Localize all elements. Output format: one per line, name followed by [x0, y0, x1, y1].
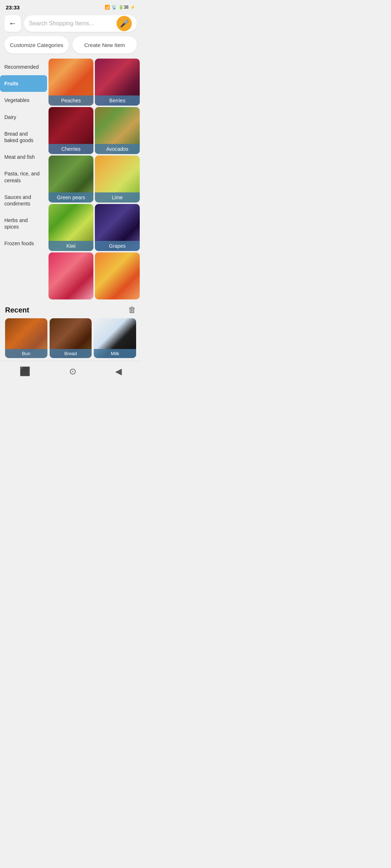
status-time: 23:33 — [6, 4, 20, 10]
grid-item-partial2[interactable] — [95, 252, 140, 299]
grid-item-berries-label: Berries — [95, 95, 140, 106]
signal-icon: 📶 — [105, 5, 110, 10]
fruits-grid: Peaches Berries Cherries Avocados Green … — [47, 57, 141, 301]
recent-header: Recent 🗑 — [5, 305, 136, 315]
sidebar: Recommended Fruits Vegetables Dairy Brea… — [0, 57, 47, 301]
grid-item-cherries[interactable]: Cherries — [49, 107, 93, 154]
sidebar-item-meat[interactable]: Meat and fish — [0, 149, 47, 165]
recent-item-bread-label: Bread — [50, 349, 92, 358]
grid-item-avocados[interactable]: Avocados — [95, 107, 140, 154]
sidebar-item-pasta[interactable]: Pasta, rice, and cereals — [0, 165, 47, 188]
grid-item-cherries-label: Cherries — [49, 144, 93, 154]
status-icons: 📶 📡 🔋38 ⚡ — [105, 5, 135, 10]
recent-item-bread[interactable]: Bread — [50, 318, 92, 358]
search-box[interactable]: Search Shopping Items... 🎤 — [24, 15, 137, 32]
grid-item-berries[interactable]: Berries — [95, 59, 140, 106]
sidebar-item-sauces[interactable]: Sauces and condiments — [0, 189, 47, 212]
sidebar-item-dairy[interactable]: Dairy — [0, 109, 47, 125]
trash-icon[interactable]: 🗑 — [128, 305, 136, 315]
recent-item-milk[interactable]: Milk — [94, 318, 136, 358]
sidebar-item-fruits[interactable]: Fruits — [0, 75, 47, 92]
grid-item-grapes[interactable]: Grapes — [95, 204, 140, 251]
create-new-item-button[interactable]: Create New Item — [72, 36, 137, 54]
search-bar-row: ← Search Shopping Items... 🎤 — [0, 13, 141, 34]
recent-item-milk-label: Milk — [94, 349, 136, 358]
recent-grid: Bun Bread Milk — [5, 318, 136, 358]
sidebar-item-herbs[interactable]: Herbs and spices — [0, 212, 47, 235]
charging-icon: ⚡ — [130, 5, 135, 10]
sidebar-item-frozen[interactable]: Frozen foods — [0, 235, 47, 252]
mic-button[interactable]: 🎤 — [117, 16, 132, 31]
action-row: Customize Categories Create New Item — [0, 34, 141, 57]
nav-bar: ⬛ ⊙ ◀ — [0, 361, 141, 384]
grid-item-partial1[interactable] — [49, 252, 93, 299]
customize-categories-button[interactable]: Customize Categories — [4, 36, 69, 54]
nav-home-icon[interactable]: ⬛ — [20, 366, 30, 376]
grid-item-lime[interactable]: Lime — [95, 156, 140, 203]
grid-item-peaches[interactable]: Peaches — [49, 59, 93, 106]
recent-title: Recent — [5, 306, 29, 314]
grid-item-green-pears[interactable]: Green pears — [49, 156, 93, 203]
sidebar-item-bread[interactable]: Bread and baked goods — [0, 125, 47, 149]
nav-back-icon[interactable]: ◀ — [115, 366, 122, 376]
grid-item-lime-label: Lime — [95, 192, 140, 203]
mic-icon: 🎤 — [120, 19, 129, 28]
main-content: Recommended Fruits Vegetables Dairy Brea… — [0, 57, 141, 301]
nav-circle-icon[interactable]: ⊙ — [69, 366, 76, 376]
grid-item-kiwi[interactable]: Kiwi — [49, 204, 93, 251]
grid-item-grapes-label: Grapes — [95, 241, 140, 251]
battery-icon: 🔋38 — [118, 5, 129, 10]
grid-item-peaches-label: Peaches — [49, 95, 93, 106]
recent-item-bun-label: Bun — [5, 349, 47, 358]
sidebar-item-vegetables[interactable]: Vegetables — [0, 92, 47, 109]
wifi-icon: 📡 — [112, 5, 117, 10]
search-placeholder: Search Shopping Items... — [29, 20, 113, 27]
sidebar-item-recommended[interactable]: Recommended — [0, 59, 47, 75]
recent-section: Recent 🗑 Bun Bread Milk — [0, 301, 141, 361]
recent-item-bun[interactable]: Bun — [5, 318, 47, 358]
grid-item-green-pears-label: Green pears — [49, 192, 93, 203]
back-button[interactable]: ← — [4, 15, 21, 32]
status-bar: 23:33 📶 📡 🔋38 ⚡ — [0, 0, 141, 13]
grid-item-kiwi-label: Kiwi — [49, 241, 93, 251]
grid-item-avocados-label: Avocados — [95, 144, 140, 154]
